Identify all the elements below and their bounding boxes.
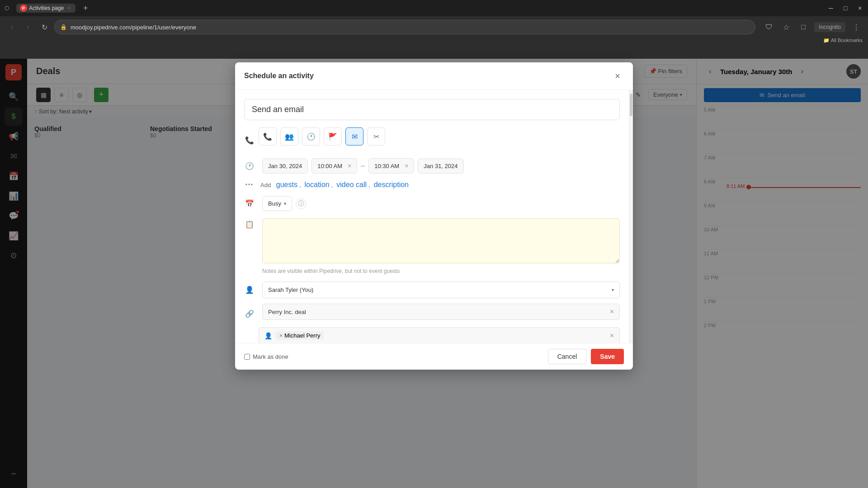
- start-time-value: 10:00 AM: [317, 163, 342, 169]
- shield-icon[interactable]: 🛡: [763, 21, 775, 33]
- start-time-clear-button[interactable]: ×: [348, 162, 351, 169]
- person-field-icon: 👤: [264, 332, 272, 339]
- info-icon: ⓘ: [298, 200, 304, 208]
- datetime-row: 🕐 Jan 30, 2024 10:00 AM × – 10:30 AM ×: [244, 158, 620, 174]
- minimize-button[interactable]: ─: [827, 5, 835, 12]
- end-time-value: 10:30 AM: [374, 163, 399, 169]
- extension-icon[interactable]: □: [797, 21, 810, 33]
- end-date-value: Jan 31, 2024: [424, 163, 458, 169]
- datetime-separator: –: [361, 162, 365, 170]
- modal-body: 📞 📞 👥 🕐 🚩 ✉ ✂: [235, 90, 633, 343]
- activity-title-input[interactable]: [244, 99, 620, 120]
- start-date-value: Jan 30, 2024: [268, 163, 302, 169]
- add-label: Add: [260, 182, 271, 188]
- notes-row: 📋 Notes are visible within Pipedrive, bu…: [244, 218, 620, 274]
- start-time-field[interactable]: 10:00 AM ×: [311, 158, 357, 174]
- profile-label: Incognito: [819, 24, 841, 30]
- star-icon[interactable]: ☆: [780, 21, 793, 33]
- mark-done-checkbox[interactable]: [244, 354, 250, 360]
- status-value: Busy: [268, 200, 281, 207]
- type-flag-button[interactable]: 🚩: [324, 127, 342, 145]
- cancel-button[interactable]: Cancel: [548, 349, 587, 364]
- add-space: [273, 182, 274, 188]
- notes-textarea[interactable]: [262, 218, 620, 263]
- activity-types: 📞 👥 🕐 🚩 ✉ ✂: [259, 127, 385, 145]
- clock-row-icon: 🕐: [244, 162, 255, 170]
- person-tag-remove-button[interactable]: ×: [279, 333, 283, 339]
- status-select[interactable]: Busy ▾: [262, 196, 292, 211]
- status-info-button[interactable]: ⓘ: [296, 198, 307, 209]
- profile-button[interactable]: Incognito: [814, 22, 845, 32]
- add-guests-link[interactable]: guests: [276, 181, 297, 189]
- person-row: 👤 × Michael Perry ×: [259, 327, 620, 343]
- link-icon: 🔗: [245, 310, 254, 318]
- person-tag: × Michael Perry: [276, 331, 324, 340]
- save-button[interactable]: Save: [591, 349, 624, 364]
- deal-clear-button[interactable]: ×: [610, 308, 614, 316]
- more-options-icon: •••: [244, 182, 255, 188]
- add-video-call-link[interactable]: video call: [336, 181, 367, 189]
- add-location-link[interactable]: location: [305, 181, 330, 189]
- status-row: 📅 Busy ▾ ⓘ: [244, 196, 620, 211]
- mark-done-label[interactable]: Mark as done: [244, 353, 288, 360]
- activity-types-row: 📞 📞 👥 🕐 🚩 ✉ ✂: [244, 127, 620, 153]
- end-date-field[interactable]: Jan 31, 2024: [418, 159, 463, 174]
- modal-title: Schedule an activity: [244, 72, 314, 80]
- tab-close-button[interactable]: ×: [66, 5, 72, 11]
- modal-close-button[interactable]: ×: [611, 70, 624, 82]
- person-link-field[interactable]: 👤 × Michael Perry ×: [259, 327, 620, 343]
- browser-chrome: ⬡ P Activities page × + ─ □ × ‹ › ↻ 🔒 mo…: [0, 0, 868, 59]
- end-time-field[interactable]: 10:30 AM ×: [368, 158, 414, 174]
- add-comma-2: ,: [331, 182, 333, 188]
- person-icon: 👤: [245, 286, 254, 294]
- schedule-activity-modal: Schedule an activity × 📞 📞: [235, 62, 633, 370]
- window-close-button[interactable]: ×: [856, 5, 863, 12]
- assignee-row: 👤 Sarah Tyler (You) ▾: [244, 282, 620, 298]
- deal-link-field[interactable]: Perry Inc. deal ×: [262, 304, 620, 320]
- address-url: moodjoy.pipedrive.com/pipeline/1/user/ev…: [71, 24, 750, 31]
- address-bar[interactable]: 🔒 moodjoy.pipedrive.com/pipeline/1/user/…: [54, 20, 755, 34]
- modal-scroll-track: [629, 90, 633, 343]
- assignee-value: Sarah Tyler (You): [268, 286, 313, 293]
- calendar-small-icon: 📅: [245, 199, 254, 208]
- modal-scroll-thumb[interactable]: [630, 94, 632, 116]
- status-row-icon: 📅: [244, 199, 255, 208]
- person-field-clear-button[interactable]: ×: [610, 332, 614, 340]
- type-call-button[interactable]: 📞: [259, 127, 277, 145]
- title-bar: ⬡ P Activities page × + ─ □ ×: [0, 0, 868, 16]
- modal-overlay: Schedule an activity × 📞 📞: [0, 59, 868, 488]
- modal-footer: Mark as done Cancel Save: [235, 343, 633, 370]
- add-comma-3: ,: [368, 182, 370, 188]
- activity-type-row-icon: 📞: [244, 136, 255, 145]
- new-tab-button[interactable]: +: [79, 2, 92, 14]
- end-time-clear-button[interactable]: ×: [405, 162, 408, 169]
- start-date-field[interactable]: Jan 30, 2024: [262, 159, 308, 174]
- modal-wrapper: Schedule an activity × 📞 📞: [0, 59, 868, 488]
- address-bar-row: ‹ › ↻ 🔒 moodjoy.pipedrive.com/pipeline/1…: [0, 16, 868, 38]
- refresh-button[interactable]: ↻: [38, 21, 51, 33]
- clock-icon: 🕐: [245, 162, 254, 170]
- notes-icon: 📋: [245, 220, 254, 229]
- add-comma-1: ,: [299, 182, 301, 188]
- lock-icon: 🔒: [60, 24, 67, 30]
- phone-icon: 📞: [245, 136, 254, 145]
- deal-label: Perry Inc. deal: [268, 309, 610, 315]
- back-button[interactable]: ‹: [5, 21, 18, 33]
- tab-favicon: P: [20, 5, 27, 12]
- type-other-button[interactable]: ✂: [367, 127, 385, 145]
- type-email-button[interactable]: ✉: [345, 127, 363, 145]
- person-name: Michael Perry: [284, 332, 320, 339]
- maximize-button[interactable]: □: [842, 5, 849, 12]
- deal-row-icon: 🔗: [244, 310, 255, 318]
- notes-row-icon: 📋: [244, 220, 255, 229]
- assignee-chevron: ▾: [612, 287, 614, 292]
- menu-icon[interactable]: ⋮: [850, 21, 863, 33]
- deal-link-row: 🔗 Perry Inc. deal ×: [244, 304, 620, 324]
- type-meeting-button[interactable]: 👥: [280, 127, 298, 145]
- forward-button[interactable]: ›: [22, 21, 34, 33]
- footer-actions: Cancel Save: [548, 349, 624, 364]
- add-description-link[interactable]: description: [374, 181, 409, 189]
- mark-done-text: Mark as done: [253, 353, 288, 360]
- type-deadline-button[interactable]: 🕐: [302, 127, 320, 145]
- assignee-select[interactable]: Sarah Tyler (You) ▾: [262, 282, 620, 298]
